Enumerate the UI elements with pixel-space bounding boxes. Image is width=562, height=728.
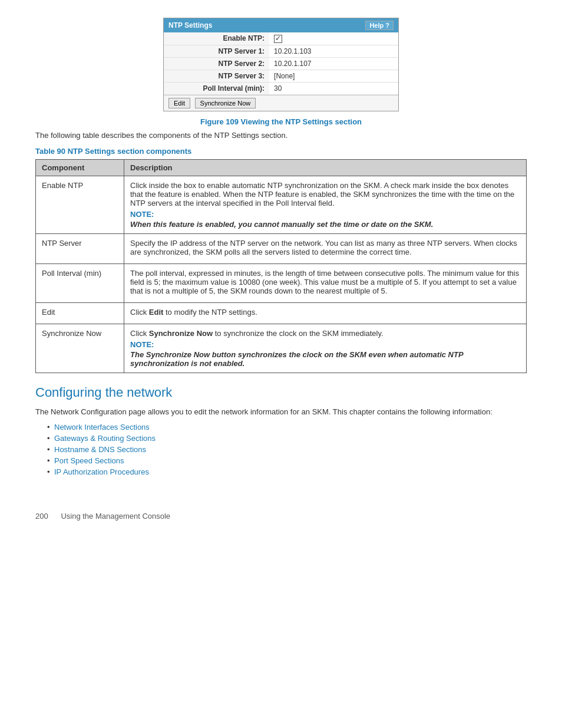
note-text: When this feature is enabled, you cannot…: [130, 220, 520, 229]
section-link[interactable]: Hostname & DNS Sections: [54, 445, 146, 454]
description-text: Click inside the box to enable automatic…: [130, 181, 520, 207]
col-header-description: Description: [124, 160, 527, 176]
ntp-row-label: NTP Server 2:: [164, 57, 269, 70]
section-link[interactable]: Gateways & Routing Sections: [54, 434, 156, 443]
ntp-settings-widget: NTP Settings Help ? Enable NTP:NTP Serve…: [163, 18, 399, 111]
list-item: Gateways & Routing Sections: [47, 434, 527, 443]
figure-caption: Figure 109 Viewing the NTP Settings sect…: [35, 117, 527, 126]
table-description: The following table describes the compon…: [35, 130, 527, 141]
ntp-row-value: 30: [269, 82, 398, 94]
component-label: Edit: [36, 303, 124, 324]
ntp-widget-title: NTP Settings: [168, 21, 212, 29]
ntp-widget-header: NTP Settings Help ?: [164, 18, 398, 32]
table-row: Poll Interval (min)The poll interval, ex…: [36, 264, 527, 303]
section-link[interactable]: Network Interfaces Sections: [54, 423, 150, 431]
mixed-description: Click Edit to modify the NTP settings.: [130, 308, 520, 317]
description-text: The poll interval, expressed in minutes,…: [130, 269, 520, 295]
section-intro: The Network Configuration page allows yo…: [35, 406, 527, 418]
edit-button[interactable]: Edit: [168, 98, 190, 108]
description-text: Specify the IP address of the NTP server…: [130, 239, 520, 256]
ntp-row-value: [269, 32, 398, 45]
table-row: Synchronize NowClick Synchronize Now to …: [36, 324, 527, 373]
table-caption: Table 90 NTP Settings section components: [35, 147, 527, 156]
ntp-buttons-bar: Edit Synchronize Now: [164, 95, 398, 111]
col-header-component: Component: [36, 160, 124, 176]
component-description: Click Synchronize Now to synchronize the…: [124, 324, 527, 373]
note-label: NOTE:: [130, 340, 154, 349]
mixed-description: Click Synchronize Now to synchronize the…: [130, 329, 520, 338]
ntp-row-label: Enable NTP:: [164, 32, 269, 45]
list-item: Network Interfaces Sections: [47, 423, 527, 431]
synchronize-now-button[interactable]: Synchronize Now: [195, 98, 256, 108]
ntp-row-value: 10.20.1.107: [269, 57, 398, 70]
table-row: EditClick Edit to modify the NTP setting…: [36, 303, 527, 324]
list-item: Hostname & DNS Sections: [47, 445, 527, 454]
component-label: Enable NTP: [36, 176, 124, 234]
list-item: Port Speed Sections: [47, 456, 527, 465]
section-link[interactable]: Port Speed Sections: [54, 456, 124, 465]
footer-text: Using the Management Console: [61, 512, 170, 521]
table-row: Enable NTPClick inside the box to enable…: [36, 176, 527, 234]
component-description: Click Edit to modify the NTP settings.: [124, 303, 527, 324]
note-bold-mixed: The Synchronize Now button synchronizes …: [130, 350, 520, 368]
page-number: 200: [35, 512, 48, 521]
section-heading: Configuring the network: [35, 385, 527, 400]
component-label: Synchronize Now: [36, 324, 124, 373]
section-links-list: Network Interfaces SectionsGateways & Ro…: [35, 423, 527, 476]
ntp-row-value: [None]: [269, 70, 398, 82]
ntp-row-label: NTP Server 3:: [164, 70, 269, 82]
page-footer: 200 Using the Management Console: [35, 512, 527, 521]
ntp-row-label: Poll Interval (min):: [164, 82, 269, 94]
ntp-help-button[interactable]: Help ?: [365, 21, 394, 30]
note-label: NOTE:: [130, 210, 154, 219]
ntp-settings-table: Enable NTP:NTP Server 1:10.20.1.103NTP S…: [164, 32, 398, 95]
component-description: The poll interval, expressed in minutes,…: [124, 264, 527, 303]
list-item: IP Authorization Procedures: [47, 467, 527, 476]
ntp-row-value: 10.20.1.103: [269, 45, 398, 57]
table-row: NTP ServerSpecify the IP address of the …: [36, 234, 527, 264]
component-table: Component Description Enable NTPClick in…: [35, 159, 527, 373]
ntp-row-label: NTP Server 1:: [164, 45, 269, 57]
component-label: NTP Server: [36, 234, 124, 264]
component-description: Specify the IP address of the NTP server…: [124, 234, 527, 264]
component-description: Click inside the box to enable automatic…: [124, 176, 527, 234]
component-label: Poll Interval (min): [36, 264, 124, 303]
section-link[interactable]: IP Authorization Procedures: [54, 467, 149, 476]
enable-ntp-checkbox[interactable]: [274, 35, 282, 43]
